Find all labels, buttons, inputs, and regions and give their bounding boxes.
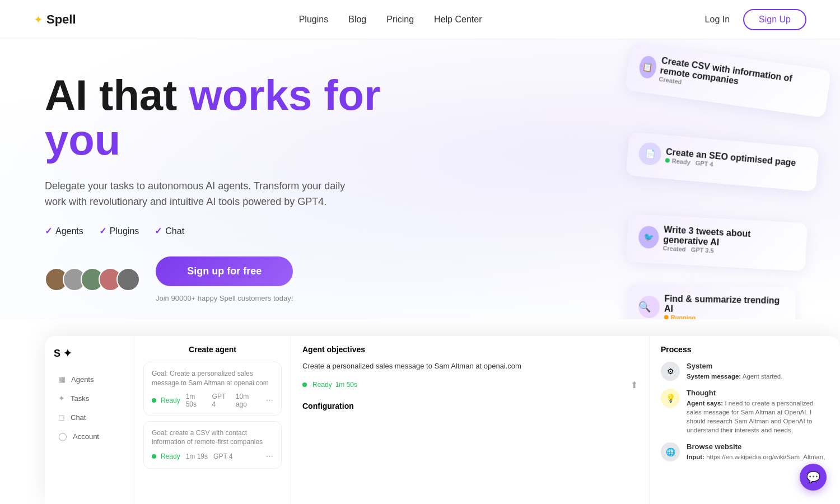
- agents-panel-title: Create agent: [143, 345, 282, 354]
- agent2-meta: Ready 1m 19s GPT 4 ···: [152, 451, 273, 461]
- proc-thought: 💡 Thought Agent says: I need to create a…: [661, 389, 829, 435]
- hero-content: AI that works for you Delegate your task…: [45, 73, 409, 302]
- agent2-model: GPT 4: [213, 452, 232, 460]
- dash-nav-account[interactable]: ◯ Account: [54, 428, 125, 445]
- agent1-goal: Goal: Create a personalized sales messag…: [152, 369, 273, 388]
- obj-status: Ready 1m 50s: [302, 381, 357, 389]
- chat-icon: ◻: [58, 413, 65, 422]
- proc-system: ⚙ System System message: Agent started.: [661, 362, 829, 381]
- hero-cta-block: Sign up for free Join 90000+ happy Spell…: [156, 256, 293, 302]
- goal-prefix-1: Goal:: [152, 370, 168, 377]
- hero-title-plain: AI that: [45, 71, 189, 119]
- login-button[interactable]: Log In: [705, 15, 730, 25]
- hero-avatars: [45, 268, 140, 291]
- task-card-1: 📋 Create CSV with information of remote …: [625, 42, 831, 118]
- hero-join-text: Join 90000+ happy Spell customers today!: [156, 294, 293, 302]
- config-title: Configuration: [302, 402, 638, 410]
- hero-section: AI that works for you Delegate your task…: [0, 39, 840, 319]
- browse-icon: 🌐: [661, 442, 680, 461]
- nav-link-pricing[interactable]: Pricing: [386, 15, 414, 25]
- process-title: Process: [661, 345, 829, 354]
- avatar-5: [116, 268, 140, 291]
- objectives-panel: Agent objectives Create a personalized s…: [291, 336, 650, 504]
- thought-content: Thought Agent says: I need to create a p…: [687, 389, 829, 435]
- obj-text: Create a personalized sales message to S…: [302, 361, 638, 372]
- nav-link-plugins[interactable]: Plugins: [299, 15, 328, 25]
- agent-item-2[interactable]: Goal: create a CSV with contact informat…: [143, 421, 282, 469]
- feature-chat-label: Chat: [165, 226, 184, 236]
- agent1-more[interactable]: ···: [266, 395, 273, 405]
- agent1-goal-text: Create a personalized sales message to S…: [152, 370, 269, 387]
- check-agents: ✓: [45, 226, 52, 236]
- chat-label: Chat: [71, 413, 86, 422]
- nav-links: Plugins Blog Pricing Help Center: [299, 15, 482, 25]
- browse-desc: Input: https://en.wikipedia.org/wiki/Sam…: [687, 452, 829, 461]
- agents-label: Agents: [71, 375, 94, 384]
- agent1-model: GPT 4: [212, 393, 230, 408]
- hero-visual: 📋 Create CSV with information of remote …: [459, 50, 840, 319]
- obj-status-label: Ready: [312, 381, 332, 389]
- logo-text: Spell: [46, 12, 76, 27]
- tasks-label: Tasks: [71, 394, 89, 403]
- agents-panel: Create agent Goal: Create a personalized…: [134, 336, 291, 504]
- feature-chat: ✓ Chat: [155, 226, 184, 236]
- system-icon: ⚙: [661, 362, 680, 381]
- dash-logo: S ✦: [54, 347, 125, 360]
- share-icon[interactable]: ⬆: [631, 380, 638, 390]
- account-label: Account: [73, 432, 99, 441]
- agent2-goal-text: create a CSV with contact information of…: [152, 429, 263, 446]
- dash-nav-chat[interactable]: ◻ Chat: [54, 409, 125, 426]
- task-card-2: 📄 Create an SEO optimised page Ready GPT…: [626, 132, 819, 192]
- browse-content: Browse website Input: https://en.wikiped…: [687, 442, 829, 461]
- system-desc: System message: Agent started.: [687, 372, 829, 381]
- feature-plugins-label: Plugins: [110, 226, 139, 236]
- feature-agents: ✓ Agents: [45, 226, 83, 236]
- logo[interactable]: ✦ Spell: [34, 12, 76, 27]
- hero-subtitle: Delegate your tasks to autonomous AI age…: [45, 178, 347, 211]
- nav-actions: Log In Sign Up: [705, 9, 806, 30]
- obj-title: Agent objectives: [302, 345, 638, 354]
- navbar: ✦ Spell Plugins Blog Pricing Help Center…: [0, 0, 840, 39]
- card4-text: Find & summarize trending AI: [664, 294, 785, 316]
- thought-desc: Agent says: I need to create a personali…: [687, 399, 829, 435]
- proc-browse: 🌐 Browse website Input: https://en.wikip…: [661, 442, 829, 461]
- dash-nav-tasks[interactable]: ✦ Tasks: [54, 390, 125, 407]
- agent1-time: 1m 50s: [186, 393, 207, 408]
- hero-signup-button[interactable]: Sign up for free: [156, 256, 293, 286]
- logo-star: ✦: [34, 13, 43, 26]
- feature-plugins: ✓ Plugins: [99, 226, 139, 236]
- check-plugins: ✓: [99, 226, 106, 236]
- hero-title: AI that works for you: [45, 73, 409, 162]
- nav-link-help[interactable]: Help Center: [434, 15, 482, 25]
- dash-nav-agents[interactable]: ▦ Agents: [54, 371, 125, 388]
- agent-item-1[interactable]: Goal: Create a personalized sales messag…: [143, 362, 282, 416]
- obj-time: 1m 50s: [335, 381, 357, 389]
- agent2-goal: Goal: create a CSV with contact informat…: [152, 428, 273, 447]
- signup-button[interactable]: Sign Up: [743, 9, 806, 30]
- browse-name: Browse website: [687, 442, 829, 451]
- agent2-time: 1m 19s: [186, 452, 208, 460]
- nav-link-blog[interactable]: Blog: [348, 15, 366, 25]
- agent1-ago: 10m ago: [236, 393, 260, 408]
- system-content: System System message: Agent started.: [687, 362, 829, 381]
- agent2-more[interactable]: ···: [266, 451, 273, 461]
- check-chat: ✓: [155, 226, 162, 236]
- dashboard-sidebar: S ✦ ▦ Agents ✦ Tasks ◻ Chat ◯ Account: [45, 336, 134, 504]
- task-card-4: 🔍 Find & summarize trending AI Running: [627, 284, 795, 319]
- chat-widget-icon: 💬: [806, 470, 820, 484]
- thought-name: Thought: [687, 389, 829, 397]
- tasks-icon: ✦: [58, 394, 65, 403]
- agent1-meta: Ready 1m 50s GPT 4 10m ago ···: [152, 393, 273, 408]
- agents-icon: ▦: [58, 375, 66, 384]
- goal-prefix-2: Goal:: [152, 429, 168, 437]
- chat-widget[interactable]: 💬: [800, 464, 827, 491]
- feature-agents-label: Agents: [55, 226, 83, 236]
- dashboard: S ✦ ▦ Agents ✦ Tasks ◻ Chat ◯ Account Cr…: [45, 336, 840, 504]
- agent1-status: Ready: [152, 396, 180, 404]
- thought-icon: 💡: [661, 389, 680, 408]
- hero-cta-row: Sign up for free Join 90000+ happy Spell…: [45, 256, 409, 302]
- obj-status-row: Ready 1m 50s ⬆: [302, 380, 638, 390]
- agent2-status: Ready: [152, 452, 180, 460]
- system-name: System: [687, 362, 829, 370]
- hero-features: ✓ Agents ✓ Plugins ✓ Chat: [45, 226, 409, 236]
